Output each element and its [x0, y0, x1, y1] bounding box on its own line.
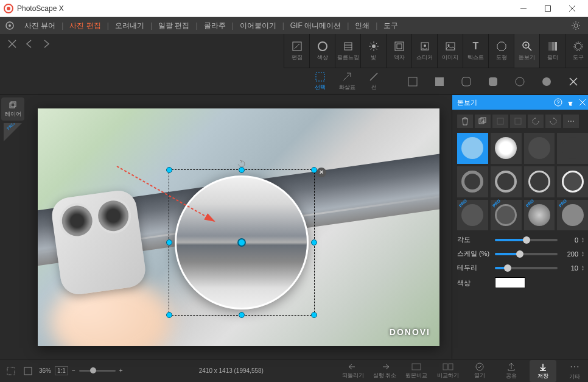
action-redo[interactable]: 실행 취소 [371, 363, 398, 380]
minimize-button[interactable] [511, 0, 536, 17]
panel-help-icon[interactable]: ? [553, 97, 564, 108]
panel-pin-icon[interactable] [565, 97, 576, 108]
handle-bm[interactable] [239, 312, 245, 318]
svg-rect-36 [435, 77, 444, 86]
zoom-percent[interactable]: 36% [39, 367, 51, 374]
preset-11[interactable]: PRO [524, 200, 555, 231]
tool-film[interactable]: 필름느낌 [335, 34, 360, 68]
handle-mr[interactable] [311, 239, 317, 246]
handle-tl[interactable] [166, 167, 172, 173]
panel-action-row: ⋯ [457, 115, 588, 128]
delete-icon[interactable] [457, 115, 473, 128]
more-icon[interactable]: ⋯ [563, 115, 579, 128]
menu-viewer[interactable]: 사진 뷰어 [18, 17, 61, 34]
tool-light[interactable]: 빛 [360, 34, 386, 68]
preset-12[interactable]: PRO [557, 200, 588, 231]
preset-3[interactable] [524, 133, 555, 164]
close-tab-icon[interactable] [5, 37, 19, 51]
shape-close[interactable] [560, 72, 587, 91]
preset-6[interactable] [491, 166, 522, 197]
shape-circle-outline[interactable] [506, 72, 533, 91]
slider-scale[interactable]: 스케일 (%) 200▴▾ [457, 249, 588, 258]
zoom-out-icon[interactable]: − [72, 367, 75, 374]
zoom-in-icon[interactable]: + [119, 367, 123, 374]
bring-forward-icon[interactable] [492, 115, 508, 128]
action-open[interactable]: 열기 [466, 363, 493, 380]
shape-circle-fill[interactable] [533, 72, 560, 91]
duplicate-icon[interactable] [475, 115, 491, 128]
preset-2[interactable] [491, 133, 522, 164]
shape-roundrect-outline[interactable] [453, 72, 480, 91]
action-more[interactable]: ⋯기타 [561, 361, 588, 381]
tool-magnifier[interactable]: 돋보기 [514, 34, 539, 68]
handle-center[interactable] [237, 238, 246, 247]
menu-cutout[interactable]: 오려내기 [109, 17, 150, 34]
menu-tools[interactable]: 도구 [377, 17, 404, 34]
action-save[interactable]: 저장 [530, 360, 556, 382]
color-row: 색상 [457, 277, 588, 288]
handle-bl[interactable] [166, 312, 172, 318]
tool-color[interactable]: 색상 [309, 34, 335, 68]
preset-4[interactable] [557, 133, 588, 164]
tool-sticker[interactable]: 스티커 [411, 34, 437, 68]
slider-border[interactable]: 테두리 10▴▾ [457, 263, 588, 272]
tool-shape[interactable]: 도형 [488, 34, 514, 68]
menu-collage[interactable]: 콜라주 [198, 17, 232, 34]
preset-5[interactable] [457, 166, 488, 197]
menu-batch[interactable]: 일괄 편집 [152, 17, 195, 34]
subtool-arrow[interactable]: 화살표 [334, 71, 360, 91]
maximize-button[interactable] [536, 0, 560, 17]
shape-roundrect-fill[interactable] [480, 72, 506, 91]
nav-forward-icon[interactable] [39, 37, 54, 51]
preset-8[interactable] [557, 166, 588, 197]
action-undo[interactable]: 되돌리기 [340, 363, 366, 380]
svg-point-12 [318, 42, 327, 51]
menu-combine[interactable]: 이어붙이기 [234, 17, 282, 34]
menu-print[interactable]: 인쇄 [349, 17, 376, 34]
tool-edit[interactable]: 편집 [284, 34, 309, 68]
grid-icon[interactable] [5, 365, 17, 377]
preset-9[interactable]: PRO [457, 200, 488, 231]
color-swatch[interactable] [495, 277, 525, 288]
subtool-line[interactable]: 선 [360, 71, 387, 91]
checker-icon[interactable] [22, 365, 34, 377]
rotate-right-icon[interactable] [545, 115, 561, 128]
subtool-select[interactable]: 선택 [307, 71, 334, 91]
preset-7[interactable] [524, 166, 555, 197]
svg-text:?: ? [556, 99, 559, 105]
menu-editor[interactable]: 사진 편집 [63, 17, 107, 34]
svg-rect-58 [24, 367, 32, 375]
preset-10[interactable]: PRO [491, 200, 522, 231]
slider-angle[interactable]: 각도 0▴▾ [457, 235, 588, 244]
selection-box[interactable]: ✕ [169, 169, 315, 316]
zoom-slider[interactable] [79, 370, 116, 372]
zoom-11[interactable]: 1:1 [55, 366, 68, 375]
settings-icon[interactable] [570, 19, 582, 32]
tool-image[interactable]: 이미지 [437, 34, 463, 68]
action-compare-original[interactable]: 원본비교 [403, 363, 430, 380]
handle-ml[interactable] [166, 239, 172, 246]
delete-handle[interactable]: ✕ [317, 168, 326, 177]
handle-tm[interactable] [239, 167, 245, 173]
shape-rect-fill[interactable] [426, 72, 453, 91]
tool-text[interactable]: T텍스트 [463, 34, 488, 68]
svg-rect-13 [345, 43, 352, 50]
canvas[interactable]: ✕ DONOVI [38, 108, 439, 346]
tool-filter[interactable]: 필터 [539, 34, 565, 68]
layers-tab[interactable]: 레이어 [1, 97, 24, 121]
tool-frame[interactable]: 액자 [386, 34, 411, 68]
handle-tr[interactable] [311, 167, 317, 173]
rotate-left-icon[interactable] [528, 115, 544, 128]
action-share[interactable]: 공유 [498, 362, 525, 380]
tool-tools[interactable]: 도구 [565, 34, 588, 68]
preset-1[interactable] [457, 133, 488, 164]
nav-back-icon[interactable] [22, 37, 37, 51]
shape-rect-outline[interactable] [399, 72, 426, 91]
home-icon[interactable] [4, 19, 16, 32]
panel-close-icon[interactable] [577, 97, 588, 108]
menu-gif[interactable]: GIF 애니메이션 [284, 17, 347, 34]
send-backward-icon[interactable] [510, 115, 526, 128]
action-compare-side[interactable]: 비교하기 [435, 363, 461, 380]
close-button[interactable] [560, 0, 584, 17]
handle-br[interactable] [311, 312, 317, 318]
